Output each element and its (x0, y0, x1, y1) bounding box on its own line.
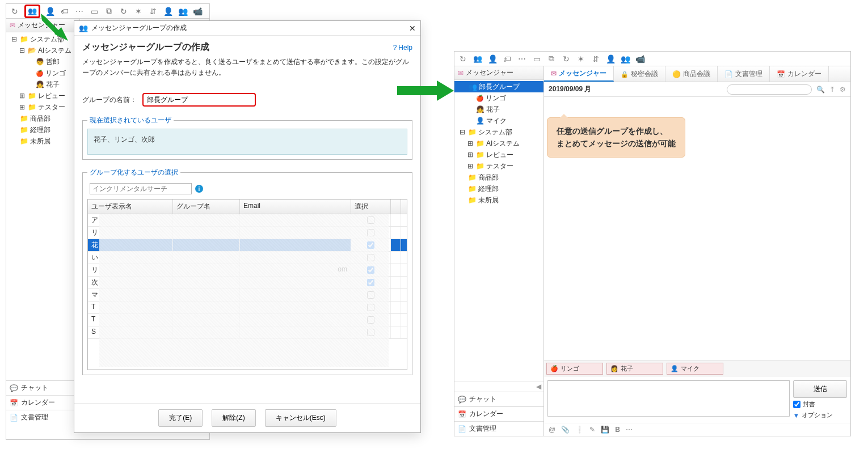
nav-item[interactable]: カレンダー (6, 395, 79, 410)
toolbar-icon-11[interactable]: 👤 (163, 6, 173, 16)
r-t13[interactable]: 📹 (635, 54, 645, 64)
row-checkbox[interactable] (367, 316, 374, 324)
tab[interactable]: カレンダー (770, 66, 829, 82)
search-icon[interactable]: 🔍 (816, 86, 825, 94)
r-t6[interactable]: ▭ (532, 54, 542, 64)
row-checkbox[interactable] (367, 279, 374, 286)
tree-item[interactable]: マイク (454, 115, 543, 126)
row-checkbox[interactable] (367, 329, 374, 336)
seal-checkbox-row[interactable]: 封書 (793, 400, 847, 409)
r-t12[interactable]: 👥 (620, 54, 630, 64)
table-row[interactable]: T (88, 314, 407, 326)
tree-item[interactable]: 経理部 (6, 124, 79, 135)
attach-icon[interactable]: 📎 (561, 426, 570, 434)
tree-item[interactable]: 哲郎 (6, 56, 79, 67)
col-groupname[interactable]: グループ名 (173, 199, 240, 214)
row-checkbox[interactable] (367, 266, 374, 274)
nav-item[interactable]: 文書管理 (6, 410, 79, 424)
up-icon[interactable]: ⤒ (829, 86, 835, 94)
info-icon[interactable]: i (195, 185, 203, 193)
col-email[interactable]: Email (240, 199, 351, 214)
exclaim-icon[interactable]: ❕ (575, 426, 584, 434)
table-row[interactable]: リ (88, 227, 407, 239)
tree-item[interactable]: ⊞レビュー (6, 90, 79, 101)
r-t10[interactable]: ⇵ (591, 54, 601, 64)
row-checkbox[interactable] (367, 229, 374, 236)
at-icon[interactable]: @ (549, 426, 555, 434)
r-t5[interactable]: ⋯ (517, 54, 527, 64)
nav-item[interactable]: チャット (6, 380, 79, 395)
table-row[interactable]: い (88, 252, 407, 264)
tab[interactable]: 🟡商品会議 (665, 66, 718, 82)
table-row[interactable]: リom (88, 264, 407, 277)
table-row[interactable]: 次 (88, 277, 407, 289)
r-group-icon[interactable] (473, 54, 483, 64)
tree-item[interactable]: 未所属 (454, 194, 543, 206)
recipient-chip[interactable]: マイク (667, 363, 723, 375)
group-name-input[interactable] (142, 93, 256, 107)
tree-item[interactable]: ⊞AIシステム (454, 138, 543, 149)
row-checkbox[interactable] (367, 291, 374, 299)
tree-item[interactable]: 部長グループ (454, 81, 543, 92)
col-select[interactable]: 選択 (351, 199, 391, 214)
tab[interactable]: 文書管理 (718, 66, 770, 82)
more-icon[interactable]: ⋯ (626, 426, 633, 434)
tree-item[interactable]: リンゴ (454, 92, 543, 104)
incremental-search-input[interactable] (90, 183, 192, 194)
scroll-left-icon[interactable]: ◀ (536, 383, 541, 390)
row-checkbox[interactable] (367, 241, 374, 249)
compose-input[interactable] (547, 380, 790, 417)
tree-item[interactable]: 商品部 (6, 113, 79, 124)
clear-button[interactable]: 解除(Z) (212, 409, 255, 427)
toolbar-icon-12[interactable]: 👥 (178, 6, 188, 16)
toolbar-icon-6[interactable]: ▭ (89, 6, 99, 16)
group-create-icon[interactable] (27, 6, 37, 16)
edit-icon[interactable]: ✎ (589, 426, 595, 434)
toolbar-icon-9[interactable]: ✶ (133, 6, 144, 16)
cancel-button[interactable]: キャンセル(Esc) (265, 409, 336, 427)
r-t4[interactable]: 🏷 (502, 54, 512, 64)
option-toggle[interactable]: ▼ オプション (793, 411, 847, 419)
r-t7[interactable]: ⧉ (546, 54, 557, 64)
r-refresh-icon[interactable]: ↻ (458, 54, 468, 64)
tree-item[interactable]: 花子 (6, 79, 79, 90)
bold-icon[interactable]: B (615, 426, 620, 434)
table-row[interactable]: T (88, 302, 407, 314)
table-row[interactable]: マ (88, 289, 407, 302)
gear-icon[interactable]: ⚙ (840, 86, 846, 94)
toolbar-icon-7[interactable]: ⧉ (104, 6, 114, 16)
table-row[interactable]: 花 (88, 239, 407, 252)
recipient-chip[interactable]: リンゴ (546, 363, 603, 375)
seal-checkbox[interactable] (793, 401, 800, 408)
r-t8[interactable]: ↻ (561, 54, 571, 64)
tree-item[interactable]: ⊞テスター (454, 160, 543, 172)
nav-item[interactable]: カレンダー (454, 406, 543, 421)
tree-item[interactable]: 花子 (454, 104, 543, 115)
table-row[interactable]: S (88, 326, 407, 339)
toolbar-icon-8[interactable]: ↻ (119, 6, 129, 16)
r-t11[interactable]: 👤 (605, 54, 616, 64)
tree-item[interactable]: 経理部 (454, 183, 543, 194)
toolbar-icon-10[interactable]: ⇵ (148, 6, 158, 16)
tab[interactable]: メッセンジャー (544, 66, 614, 82)
recipient-chip[interactable]: 花子 (606, 363, 663, 375)
row-checkbox[interactable] (367, 254, 374, 261)
tab[interactable]: 秘密会議 (614, 66, 665, 82)
col-username[interactable]: ユーザ表示名 (88, 199, 173, 214)
tree-item[interactable]: ⊞テスター (6, 101, 79, 113)
toolbar-icon-13[interactable]: 📹 (192, 6, 203, 16)
r-t9[interactable]: ✶ (576, 54, 586, 64)
tree-item[interactable]: 未所属 (6, 135, 79, 147)
r-t3[interactable]: 👤 (487, 54, 498, 64)
row-checkbox[interactable] (367, 216, 374, 224)
nav-item[interactable]: チャット (454, 392, 543, 406)
search-input[interactable] (727, 84, 812, 95)
ok-button[interactable]: 完了(E) (158, 409, 203, 427)
refresh-icon[interactable]: ↻ (10, 6, 20, 16)
table-row[interactable]: ア (88, 214, 407, 227)
tree-item[interactable]: ⊞レビュー (454, 149, 543, 160)
nav-item[interactable]: 文書管理 (454, 421, 543, 436)
send-button[interactable]: 送信 (793, 380, 847, 398)
tree-item[interactable]: リンゴ (6, 67, 79, 79)
save-icon[interactable]: 💾 (601, 426, 609, 434)
